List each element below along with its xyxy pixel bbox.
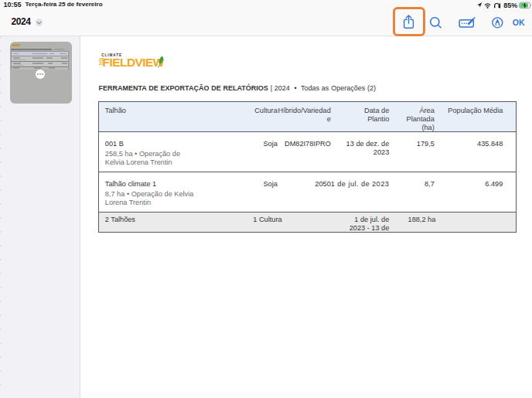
svg-text:85%: 85% bbox=[503, 2, 517, 9]
